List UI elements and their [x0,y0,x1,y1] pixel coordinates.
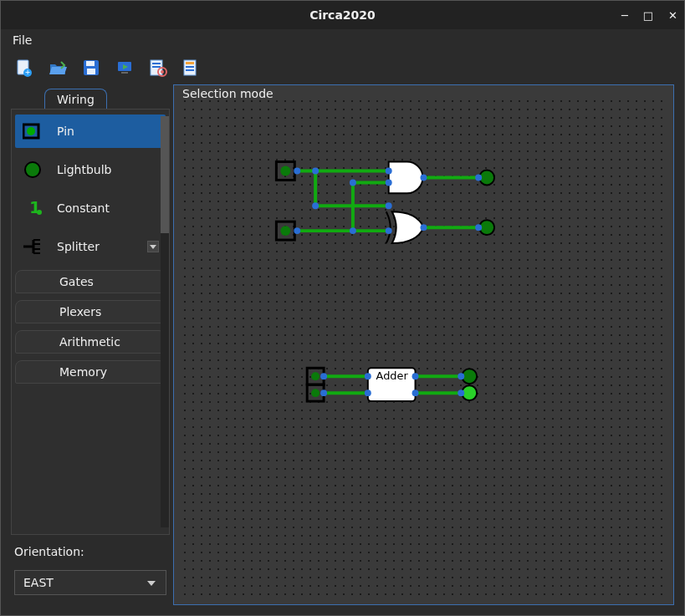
open-folder-icon[interactable] [48,58,68,78]
component-label: Splitter [57,240,100,253]
svg-rect-5 [87,69,95,74]
splitter-icon [22,237,45,257]
svg-rect-15 [186,62,194,64]
svg-point-53 [386,179,392,186]
expand-toggle[interactable] [147,241,159,252]
canvas-area[interactable]: Selection mode [173,84,674,605]
svg-point-62 [475,174,482,181]
canvas-border: Selection mode [173,84,674,605]
window-controls: ─ □ ✕ [621,1,677,29]
category-memory[interactable]: Memory [15,360,166,384]
left-panel: Wiring Pin Lightbulb [11,84,170,605]
component-label: Constant [57,201,110,215]
svg-point-60 [421,174,427,181]
orientation-label: Orientation: [14,545,166,558]
window-title: Circa2020 [309,8,376,22]
svg-point-70 [458,373,464,379]
svg-rect-10 [152,63,161,64]
pin-component[interactable] [276,221,294,240]
pin-component[interactable] [276,162,294,181]
component-label: Lightbulb [57,163,111,176]
settings-icon[interactable] [148,58,168,78]
svg-point-71 [458,389,464,396]
category-arithmetic[interactable]: Arithmetic [15,330,166,354]
xor-gate[interactable] [386,211,424,243]
properties-panel: Orientation: EAST [11,535,170,605]
svg-point-55 [350,227,356,234]
component-pin[interactable]: Pin [15,115,166,148]
svg-point-69 [412,389,419,396]
sheet-icon[interactable] [181,58,202,78]
svg-point-67 [365,389,371,396]
pin-icon [22,121,45,141]
palette-list: Pin Lightbulb 1 Constant [12,109,169,389]
svg-point-56 [294,227,300,234]
svg-point-58 [386,202,392,209]
svg-point-50 [294,168,300,175]
run-icon[interactable] [115,58,135,78]
svg-rect-17 [186,69,194,71]
menu-file[interactable]: File [8,32,37,48]
svg-point-65 [320,389,327,396]
svg-point-20 [25,162,40,177]
adder-label: Adder [376,369,409,382]
svg-point-19 [27,127,35,135]
component-label: Pin [57,125,74,138]
svg-point-52 [386,168,392,175]
svg-point-68 [412,373,419,379]
maximize-button[interactable]: □ [643,9,653,22]
component-lightbulb[interactable]: Lightbulb [15,153,166,186]
svg-rect-4 [86,61,95,66]
svg-rect-11 [152,66,161,68]
constant-icon: 1 [22,198,45,218]
svg-point-48 [311,389,319,397]
lightbulb-icon [22,160,45,180]
app-window: Circa2020 ─ □ ✕ File + Wi [0,0,685,616]
new-file-icon[interactable]: + [14,58,34,78]
svg-text:+: + [25,69,31,76]
svg-point-42 [280,166,290,176]
svg-point-64 [320,373,327,379]
circuit-svg: Adder [174,85,673,568]
svg-point-63 [475,224,482,231]
svg-rect-16 [186,66,194,68]
component-splitter[interactable]: Splitter [15,230,166,263]
tab-wiring[interactable]: Wiring [44,89,107,109]
component-palette: Pin Lightbulb 1 Constant [11,109,170,535]
main-area: Wiring Pin Lightbulb [1,84,684,615]
and-gate[interactable] [389,162,423,194]
svg-point-66 [365,373,371,379]
close-button[interactable]: ✕ [668,9,677,22]
palette-tab-row: Wiring [11,84,170,109]
orientation-select[interactable]: EAST [14,570,166,595]
component-constant[interactable]: 1 Constant [15,191,166,225]
minimize-button[interactable]: ─ [621,9,628,22]
menubar: File [1,29,684,51]
svg-point-57 [312,202,319,209]
svg-point-59 [386,227,392,234]
titlebar: Circa2020 ─ □ ✕ [1,1,684,29]
category-plexers[interactable]: Plexers [15,300,166,323]
svg-point-44 [280,226,290,236]
svg-point-22 [37,210,42,215]
svg-point-51 [312,168,319,175]
svg-rect-7 [121,72,128,74]
adder-component[interactable]: Adder [368,368,416,401]
orientation-value: EAST [23,576,54,589]
svg-point-61 [421,224,427,231]
svg-point-46 [311,372,319,380]
svg-point-13 [161,70,164,74]
category-gates[interactable]: Gates [15,270,166,293]
svg-point-54 [350,179,356,186]
toolbar: + [1,51,684,84]
save-icon[interactable] [81,58,101,78]
palette-scrollbar[interactable] [161,116,169,527]
